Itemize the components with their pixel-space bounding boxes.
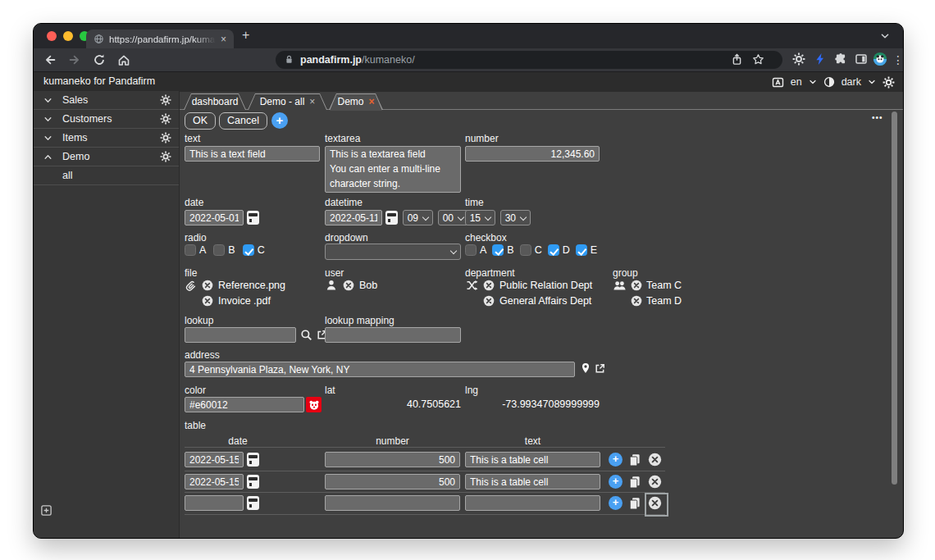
table-add-row-button[interactable]: + xyxy=(609,496,623,510)
textarea-field-input[interactable]: This is a textarea field You can enter a… xyxy=(325,146,461,193)
checkbox-option-b[interactable]: B xyxy=(492,244,513,256)
more-menu-icon[interactable]: ••• xyxy=(872,113,883,122)
remove-department-icon[interactable] xyxy=(483,295,495,307)
table-add-row-button[interactable]: + xyxy=(609,475,623,489)
gear-icon[interactable] xyxy=(160,94,171,106)
table-number-input[interactable] xyxy=(325,452,460,467)
table-date-input[interactable] xyxy=(185,495,244,511)
share-icon[interactable] xyxy=(731,53,743,66)
datetime-hour-select[interactable]: 09 xyxy=(403,210,433,225)
number-field-input[interactable] xyxy=(465,146,600,162)
remove-group-icon[interactable] xyxy=(631,295,642,307)
language-chevron-icon[interactable] xyxy=(809,78,817,86)
table-text-input[interactable] xyxy=(465,495,600,511)
tab-demo-all[interactable]: Demo - all× xyxy=(248,93,327,110)
lookup-search-icon[interactable] xyxy=(300,329,312,341)
dropdown-select[interactable] xyxy=(325,244,461,260)
table-delete-row-icon[interactable] xyxy=(648,453,662,467)
settings-gear-icon[interactable] xyxy=(883,76,895,89)
bookmark-star-icon[interactable] xyxy=(752,53,764,66)
table-date-input[interactable] xyxy=(185,452,244,467)
reload-icon[interactable] xyxy=(93,53,106,66)
table-number-input[interactable] xyxy=(325,474,460,489)
color-swatch[interactable] xyxy=(306,397,322,412)
gear-icon[interactable] xyxy=(160,132,171,143)
tab-close-icon[interactable]: × xyxy=(369,96,375,107)
calendar-icon[interactable] xyxy=(247,453,259,467)
extension-bolt-icon[interactable] xyxy=(814,52,827,66)
tab-close-icon[interactable]: × xyxy=(221,34,226,45)
radio-option-b[interactable]: B xyxy=(213,244,235,256)
paperclip-icon[interactable] xyxy=(185,280,197,292)
file-name[interactable]: Reference.png xyxy=(218,280,285,291)
table-copy-row-icon[interactable] xyxy=(628,476,641,489)
table-copy-row-icon[interactable] xyxy=(628,497,641,510)
tab-search-chevron-icon[interactable] xyxy=(880,31,890,41)
content-scrollbar[interactable] xyxy=(892,112,897,485)
extension-gear-icon[interactable] xyxy=(792,52,805,66)
sidebar-item-demo[interactable]: Demo xyxy=(34,148,179,166)
home-icon[interactable] xyxy=(117,53,130,66)
gear-icon[interactable] xyxy=(160,151,171,162)
sidebar-item-sales[interactable]: Sales xyxy=(34,91,179,110)
group-name[interactable]: Team C xyxy=(646,280,682,291)
remove-user-icon[interactable] xyxy=(343,280,354,291)
theme-chevron-icon[interactable] xyxy=(868,78,876,86)
table-copy-row-icon[interactable] xyxy=(628,453,641,467)
sidebar-subitem-all[interactable]: all xyxy=(34,166,179,185)
lookup-mapping-input[interactable] xyxy=(325,327,461,343)
checkbox-icon[interactable] xyxy=(465,244,477,256)
window-minimize-button[interactable] xyxy=(63,31,73,41)
address-input[interactable] xyxy=(185,362,575,377)
url-text[interactable]: pandafirm.jp/kumaneko/ xyxy=(300,54,415,66)
ok-button[interactable]: OK xyxy=(185,112,216,130)
calendar-icon[interactable] xyxy=(247,211,259,225)
lookup-input[interactable] xyxy=(185,327,296,343)
table-text-input[interactable] xyxy=(465,474,600,489)
remove-department-icon[interactable] xyxy=(483,280,495,291)
profile-avatar[interactable] xyxy=(873,52,887,66)
sidebar-item-customers[interactable]: Customers xyxy=(34,110,179,129)
table-delete-row-icon[interactable] xyxy=(648,496,662,510)
window-close-button[interactable] xyxy=(47,31,57,41)
radio-option-c[interactable]: C xyxy=(243,244,265,256)
cancel-button[interactable]: Cancel xyxy=(219,112,267,130)
checkbox-icon[interactable] xyxy=(520,244,531,256)
calendar-icon[interactable] xyxy=(385,211,398,225)
radio-box-icon[interactable] xyxy=(185,244,196,256)
time-minute-select[interactable]: 30 xyxy=(500,210,531,225)
map-open-icon[interactable] xyxy=(594,362,606,375)
radio-option-a[interactable]: A xyxy=(185,244,206,256)
group-name[interactable]: Team D xyxy=(646,295,682,307)
checkbox-option-d[interactable]: D xyxy=(548,244,570,256)
side-panel-icon[interactable] xyxy=(855,52,868,66)
gear-icon[interactable] xyxy=(160,113,171,125)
datetime-minute-select[interactable]: 00 xyxy=(438,210,468,225)
remove-file-icon[interactable] xyxy=(202,280,213,291)
tab-demo[interactable]: Demo× xyxy=(329,93,383,110)
radio-box-icon[interactable] xyxy=(213,244,225,256)
radio-box-checked-icon[interactable] xyxy=(243,244,254,256)
contrast-icon[interactable] xyxy=(823,76,835,88)
extensions-puzzle-icon[interactable] xyxy=(834,52,847,66)
checkbox-checked-icon[interactable] xyxy=(548,244,559,256)
table-number-input[interactable] xyxy=(325,495,460,511)
back-icon[interactable] xyxy=(43,53,57,66)
add-app-icon[interactable] xyxy=(40,504,52,517)
new-tab-button[interactable]: + xyxy=(242,28,249,43)
tab-close-icon[interactable]: × xyxy=(309,96,315,107)
language-value[interactable]: en xyxy=(791,76,802,88)
checkbox-option-c[interactable]: C xyxy=(520,244,542,256)
user-name[interactable]: Bob xyxy=(359,280,377,291)
department-name[interactable]: General Affairs Dept xyxy=(499,295,591,307)
checkbox-option-a[interactable]: A xyxy=(465,244,486,256)
datetime-date-input[interactable] xyxy=(325,210,382,225)
table-date-input[interactable] xyxy=(185,474,244,489)
table-delete-row-icon[interactable] xyxy=(648,475,662,489)
browser-tab[interactable]: https://pandafirm.jp/kumaneko × xyxy=(86,30,234,48)
checkbox-checked-icon[interactable] xyxy=(576,244,587,256)
address-bar[interactable]: pandafirm.jp/kumaneko/ xyxy=(276,51,782,69)
remove-group-icon[interactable] xyxy=(631,280,642,291)
forward-icon[interactable] xyxy=(68,53,81,66)
calendar-icon[interactable] xyxy=(247,496,259,510)
